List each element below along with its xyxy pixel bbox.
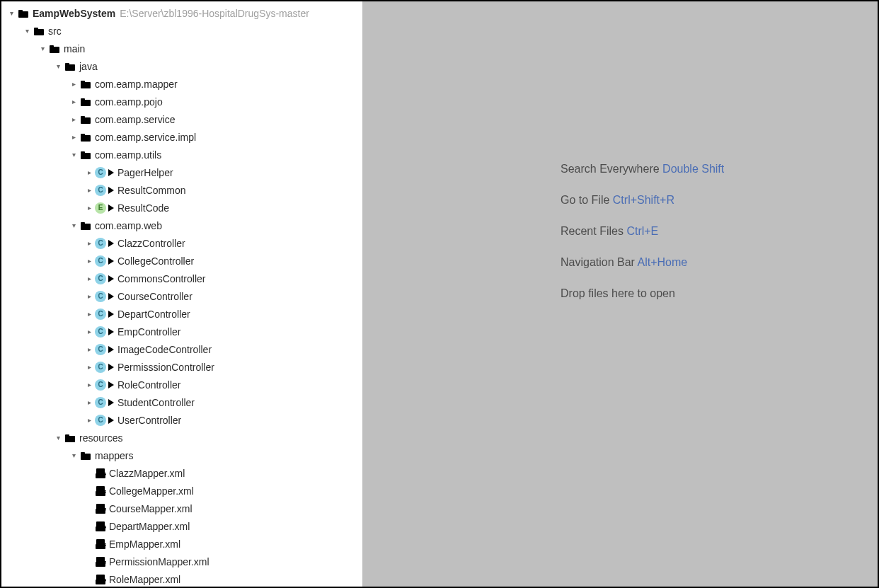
runnable-icon [108,398,115,408]
class-icon: C [95,309,106,320]
tree-item-label: com.eamp.mapper [95,79,178,90]
xml-file-icon [95,503,106,514]
tree-item-label: CourseController [117,291,193,302]
tree-row[interactable]: CStudentController [1,393,362,411]
class-icon: C [95,344,106,355]
editor-hint: Search Everywhere Double Shift [561,163,724,175]
expand-arrow-icon[interactable] [84,344,95,355]
tree-item-label: StudentController [117,397,195,408]
expand-arrow-icon[interactable] [52,432,64,444]
expand-arrow-icon[interactable] [84,362,95,373]
project-tree-panel[interactable]: EampWebSystemE:\Server\zbl1996-HospitalD… [1,1,362,587]
xml-file-icon [95,468,106,479]
tree-row[interactable]: CCourseController [1,287,362,305]
package-icon [79,149,92,161]
tree-row[interactable]: CUserController [1,411,362,429]
package-icon [79,78,92,91]
expand-arrow-icon[interactable] [84,167,95,178]
runnable-icon [108,274,115,284]
expand-arrow-icon[interactable] [84,309,95,320]
tree-row[interactable]: PermissionMapper.xml [1,553,362,570]
expand-arrow-icon[interactable] [84,273,95,284]
hint-text: Drop files here to open [561,287,675,299]
expand-arrow-icon[interactable] [21,25,33,37]
tree-item-label: resources [79,432,122,444]
tree-item-label: RoleMapper.xml [109,574,180,585]
xml-file-icon [95,521,106,532]
hint-text: Go to File [561,194,609,206]
expand-arrow-icon[interactable] [84,202,95,214]
expand-arrow-icon[interactable] [68,79,79,90]
tree-row[interactable]: com.eamp.service [1,110,362,128]
tree-row[interactable]: java [1,57,362,75]
tree-row[interactable]: RoleMapper.xml [1,570,362,587]
expand-arrow-icon[interactable] [84,238,95,249]
tree-row[interactable]: CRoleController [1,376,362,393]
expand-arrow-icon[interactable] [68,450,79,461]
tree-row[interactable]: mappers [1,446,362,464]
tree-row[interactable]: main [1,40,362,57]
tree-row[interactable]: CollegeMapper.xml [1,482,362,500]
tree-row[interactable]: CCommonsController [1,270,362,287]
workspace: EampWebSystemE:\Server\zbl1996-HospitalD… [1,1,878,587]
tree-row[interactable]: com.eamp.web [1,217,362,234]
tree-row[interactable]: CPermisssionController [1,358,362,376]
package-icon [79,113,92,126]
editor-empty-state[interactable]: Search Everywhere Double ShiftGo to File… [362,1,878,587]
expand-arrow-icon [84,538,95,550]
expand-arrow-icon[interactable] [84,326,95,338]
expand-arrow-icon[interactable] [68,114,79,125]
tree-row[interactable]: CDepartController [1,305,362,323]
tree-row[interactable]: CResultCommon [1,181,362,199]
tree-row[interactable]: com.eamp.mapper [1,75,362,93]
tree-row[interactable]: EResultCode [1,199,362,217]
tree-item-label: com.eamp.web [95,220,162,231]
expand-arrow-icon[interactable] [68,96,79,108]
xml-file-icon [95,485,106,497]
tree-row[interactable]: CCollegeController [1,252,362,270]
tree-row[interactable]: CEmpController [1,323,362,340]
runnable-icon [108,327,115,337]
project-tree[interactable]: EampWebSystemE:\Server\zbl1996-HospitalD… [1,4,362,587]
tree-row[interactable]: EampWebSystemE:\Server\zbl1996-HospitalD… [1,4,362,22]
runnable-icon [108,345,115,354]
tree-row[interactable]: ClazzMapper.xml [1,464,362,482]
tree-row[interactable]: CourseMapper.xml [1,500,362,517]
tree-row[interactable]: com.eamp.service.impl [1,128,362,146]
expand-arrow-icon[interactable] [37,43,48,54]
tree-row[interactable]: CImageCodeController [1,340,362,358]
expand-arrow-icon[interactable] [84,291,95,302]
tree-row[interactable]: DepartMapper.xml [1,517,362,535]
tree-row[interactable]: CClazzController [1,234,362,252]
runnable-icon [108,415,115,425]
expand-arrow-icon [84,485,95,497]
tree-item-label: src [48,25,62,37]
project-icon [17,7,30,20]
hint-text: Recent Files [561,225,624,237]
tree-row[interactable]: com.eamp.pojo [1,93,362,110]
hint-shortcut: Ctrl+Shift+R [613,194,674,206]
expand-arrow-icon[interactable] [84,255,95,267]
xml-file-icon [95,556,106,567]
expand-arrow-icon[interactable] [68,132,79,143]
expand-arrow-icon[interactable] [68,149,79,161]
expand-arrow-icon [84,503,95,514]
tree-row[interactable]: CPagerHelper [1,163,362,181]
editor-hint: Navigation Bar Alt+Home [561,256,687,269]
expand-arrow-icon[interactable] [84,379,95,391]
class-icon: C [95,379,106,391]
expand-arrow-icon[interactable] [84,397,95,408]
expand-arrow-icon[interactable] [84,185,95,196]
tree-row[interactable]: com.eamp.utils [1,146,362,163]
expand-arrow-icon[interactable] [68,220,79,231]
tree-item-label: CourseMapper.xml [109,503,193,514]
tree-row[interactable]: EmpMapper.xml [1,535,362,553]
tree-row[interactable]: src [1,22,362,40]
class-icon: C [95,362,106,373]
runnable-icon [108,168,115,178]
tree-row[interactable]: resources [1,429,362,446]
expand-arrow-icon[interactable] [52,61,64,72]
expand-arrow-icon[interactable] [6,8,17,19]
expand-arrow-icon[interactable] [84,415,95,426]
tree-item-label: main [64,43,85,54]
